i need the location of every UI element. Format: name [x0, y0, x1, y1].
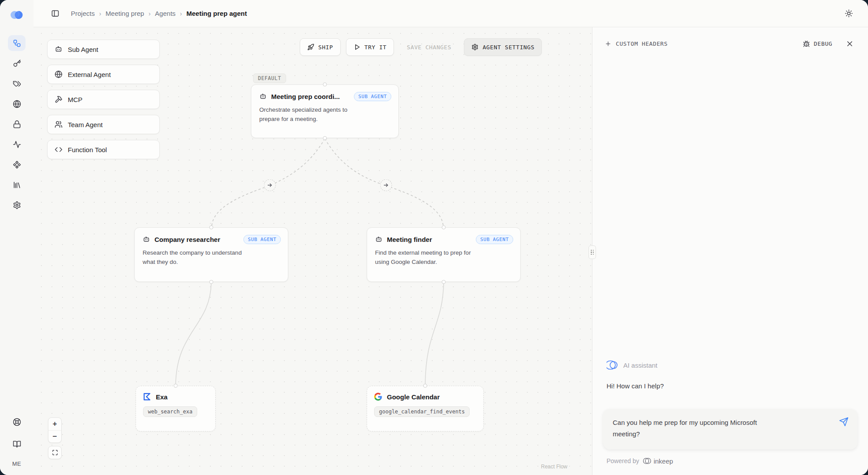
chat-input[interactable]: Can you help me prep for my upcoming Mic… — [613, 417, 776, 439]
code-icon — [55, 146, 63, 153]
plus-icon — [605, 40, 611, 47]
breadcrumb-separator: › — [99, 10, 101, 17]
fit-view-button[interactable] — [48, 446, 61, 459]
breadcrumb-project[interactable]: Meeting prep — [106, 10, 144, 17]
breadcrumb-separator: › — [180, 10, 182, 17]
palette-item-team-agent[interactable]: Team Agent — [47, 115, 160, 134]
palette-item-label: Sub Agent — [68, 46, 98, 53]
nav-credentials-icon[interactable] — [8, 116, 26, 132]
save-changes-button[interactable]: SAVE CHANGES — [399, 38, 459, 56]
content-row: DEFAULT Meeting prep coordi... SUB AGENT… — [33, 27, 868, 475]
node-title: Meeting finder — [387, 236, 432, 243]
node-handle[interactable] — [423, 384, 427, 388]
google-logo-icon — [374, 393, 382, 401]
canvas-toolbar: SHIP TRY IT SAVE CHANGES AGENT SETTINGS — [300, 38, 542, 56]
gear-icon — [471, 44, 478, 51]
palette-item-mcp[interactable]: MCP — [47, 90, 160, 109]
node-palette: Sub Agent External Agent MCP Team Agent — [47, 40, 160, 159]
theme-toggle-icon[interactable] — [843, 7, 855, 19]
inkeep-logo[interactable] — [9, 10, 24, 20]
send-icon[interactable] — [839, 417, 849, 428]
maximize-icon — [52, 449, 58, 456]
node-meeting-finder[interactable]: Meeting finder SUB AGENT Find the extern… — [367, 227, 521, 282]
tool-name-pill: web_search_exa — [143, 406, 197, 417]
node-title: Meeting prep coordi... — [271, 93, 340, 100]
panel-resize-handle[interactable] — [588, 245, 596, 259]
nav-settings-icon[interactable] — [8, 197, 26, 213]
debug-panel: CUSTOM HEADERS DEBUG AI assistant Hi! Ho… — [592, 27, 868, 475]
docs-icon[interactable] — [8, 436, 26, 452]
help-icon[interactable] — [8, 414, 26, 430]
play-icon — [353, 44, 360, 51]
breadcrumb: Projects › Meeting prep › Agents › Meeti… — [71, 10, 247, 17]
inkeep-assistant-icon — [607, 359, 618, 371]
nav-library-icon[interactable] — [8, 177, 26, 193]
node-description: Orchestrate specialized agents to prepar… — [259, 106, 369, 124]
palette-item-label: Team Agent — [68, 121, 103, 128]
node-handle[interactable] — [323, 136, 327, 140]
node-handle[interactable] — [442, 280, 446, 284]
node-meeting-prep-coordinator[interactable]: Meeting prep coordi... SUB AGENT Orchest… — [251, 84, 399, 138]
node-google-calendar-tool[interactable]: Google Calendar google_calendar_find_eve… — [367, 386, 484, 431]
zoom-out-button[interactable]: − — [48, 430, 61, 442]
react-flow-attribution[interactable]: React Flow — [541, 464, 567, 470]
node-description: Research the company to understand what … — [143, 248, 253, 267]
node-handle[interactable] — [174, 384, 178, 388]
user-avatar[interactable]: ME — [12, 458, 22, 467]
globe-icon — [55, 70, 63, 78]
rail-bottom: ME — [8, 414, 26, 467]
assistant-greeting: Hi! How can I help? — [607, 382, 857, 390]
main-column: Projects › Meeting prep › Agents › Meeti… — [33, 0, 868, 475]
graph-canvas[interactable]: DEFAULT Meeting prep coordi... SUB AGENT… — [33, 27, 592, 475]
ship-button[interactable]: SHIP — [300, 38, 341, 56]
bot-icon — [259, 93, 267, 100]
node-handle[interactable] — [323, 83, 327, 87]
breadcrumb-agents[interactable]: Agents — [155, 10, 176, 17]
close-panel-icon[interactable] — [844, 38, 856, 50]
inkeep-logo-icon — [643, 457, 651, 465]
palette-item-external-agent[interactable]: External Agent — [47, 65, 160, 84]
edge-arrow-icon — [380, 179, 392, 191]
palette-item-sub-agent[interactable]: Sub Agent — [47, 40, 160, 59]
debug-panel-header: CUSTOM HEADERS DEBUG — [592, 27, 868, 54]
nav-activity-icon[interactable] — [8, 136, 26, 152]
powered-by[interactable]: Powered by inkeep — [603, 449, 857, 475]
nav-agents-icon[interactable] — [8, 35, 26, 51]
try-it-button[interactable]: TRY IT — [346, 38, 394, 56]
node-exa-tool[interactable]: Exa web_search_exa — [136, 386, 216, 431]
breadcrumb-projects[interactable]: Projects — [71, 10, 95, 17]
node-company-researcher[interactable]: Company researcher SUB AGENT Research th… — [134, 227, 288, 282]
users-icon — [55, 121, 63, 128]
palette-item-function-tool[interactable]: Function Tool — [47, 140, 160, 159]
sub-agent-badge: SUB AGENT — [354, 92, 391, 101]
breadcrumb-current: Meeting prep agent — [186, 10, 247, 17]
sub-agent-badge: SUB AGENT — [476, 235, 513, 244]
assistant-label: AI assistant — [623, 362, 658, 369]
nav-keys-icon[interactable] — [8, 55, 26, 71]
tool-title: Exa — [156, 393, 168, 401]
powered-by-label: Powered by — [607, 457, 639, 464]
add-custom-headers-button[interactable]: CUSTOM HEADERS — [605, 40, 668, 47]
node-handle[interactable] — [210, 226, 213, 230]
exa-logo-icon — [143, 393, 151, 401]
node-handle[interactable] — [442, 226, 446, 230]
default-badge: DEFAULT — [253, 73, 286, 83]
node-title: Company researcher — [154, 236, 220, 243]
edge-arrow-icon — [264, 179, 276, 191]
palette-item-label: Function Tool — [68, 146, 107, 153]
nav-globe-icon[interactable] — [8, 96, 26, 112]
tool-name-pill: google_calendar_find_events — [374, 406, 470, 417]
sidebar-toggle-icon[interactable] — [49, 7, 61, 19]
nav-components-icon[interactable] — [8, 157, 26, 172]
rail-nav — [8, 35, 26, 213]
tool-title: Google Calendar — [387, 393, 440, 401]
top-bar: Projects › Meeting prep › Agents › Meeti… — [33, 0, 868, 27]
node-handle[interactable] — [210, 280, 213, 284]
left-rail: ME — [0, 0, 33, 475]
agent-settings-button[interactable]: AGENT SETTINGS — [464, 38, 542, 56]
sub-agent-badge: SUB AGENT — [243, 235, 281, 244]
nav-tags-icon[interactable] — [8, 76, 26, 91]
debug-button[interactable]: DEBUG — [803, 40, 832, 48]
zoom-in-button[interactable]: + — [48, 418, 61, 430]
chat-area: AI assistant Hi! How can I help? Can you… — [592, 359, 868, 475]
